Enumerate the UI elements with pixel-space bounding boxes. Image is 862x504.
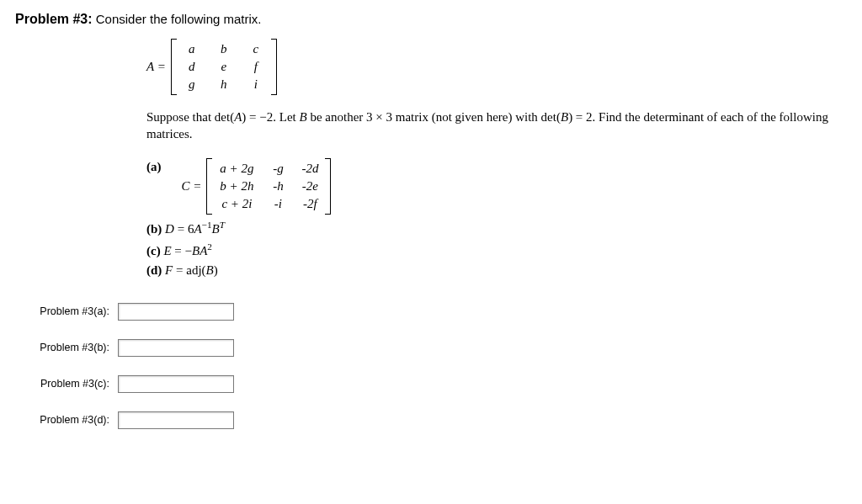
answer-input-b[interactable] <box>118 339 234 357</box>
answer-section: Problem #3(a): Problem #3(b): Problem #3… <box>15 303 847 429</box>
C-cell: b + 2h <box>211 178 262 195</box>
A-cell: c <box>240 40 272 58</box>
C-cell: -i <box>262 195 294 213</box>
A-cell: i <box>240 76 272 93</box>
C-cell: -2f <box>294 195 326 213</box>
part-c: (c) E = −BA2 <box>146 241 847 258</box>
answer-input-a[interactable] <box>118 303 234 321</box>
A-cell: a <box>176 40 208 58</box>
C-cell: -h <box>262 178 294 195</box>
answer-label-c: Problem #3(c): <box>15 378 118 390</box>
problem-number: Problem #3: <box>15 12 93 26</box>
part-a: (a) C = a + 2g -g -2d b + 2h -h -2e c + … <box>146 158 847 215</box>
problem-heading: Problem #3: Consider the following matri… <box>15 12 847 27</box>
part-b-text: D <box>165 222 174 236</box>
part-d-text: F <box>165 263 173 277</box>
A-cell: d <box>176 58 208 76</box>
answer-label-a: Problem #3(a): <box>15 305 118 317</box>
A-cell: h <box>208 76 240 93</box>
C-lhs: C = <box>182 179 202 194</box>
A-cell: f <box>240 58 272 76</box>
part-c-text: E <box>163 244 171 257</box>
answer-input-d[interactable] <box>118 411 234 429</box>
C-cell: a + 2g <box>211 160 262 178</box>
matrix-A-definition: A = a b c d e f g h i <box>146 39 847 95</box>
answer-input-c[interactable] <box>118 375 234 393</box>
A-lhs: A = <box>146 60 166 74</box>
part-d: (d) F = adj(B) <box>146 263 847 278</box>
part-c-label: (c) <box>146 244 161 257</box>
premise-text: Suppose that det(A) = −2. Let B be anoth… <box>146 109 847 143</box>
C-cell: -2d <box>294 160 326 178</box>
A-cell: b <box>208 40 240 58</box>
part-b: (b) D = 6A−1BT <box>146 220 847 236</box>
A-cell: e <box>208 58 240 76</box>
answer-label-b: Problem #3(b): <box>15 342 118 353</box>
answer-row-b: Problem #3(b): <box>15 339 847 357</box>
part-a-label: (a) <box>146 158 162 174</box>
answer-row-a: Problem #3(a): <box>15 303 847 321</box>
C-cell: -2e <box>294 178 326 195</box>
part-b-label: (b) <box>146 222 162 236</box>
matrix-C: a + 2g -g -2d b + 2h -h -2e c + 2i -i -2… <box>206 158 331 215</box>
answer-row-c: Problem #3(c): <box>15 375 847 393</box>
matrix-A: a b c d e f g h i <box>171 39 277 95</box>
A-cell: g <box>176 76 208 93</box>
C-cell: c + 2i <box>211 195 262 213</box>
answer-label-d: Problem #3(d): <box>15 414 118 426</box>
C-cell: -g <box>262 160 294 178</box>
part-d-label: (d) <box>146 263 162 277</box>
answer-row-d: Problem #3(d): <box>15 411 847 429</box>
problem-title: Consider the following matrix. <box>93 12 262 26</box>
